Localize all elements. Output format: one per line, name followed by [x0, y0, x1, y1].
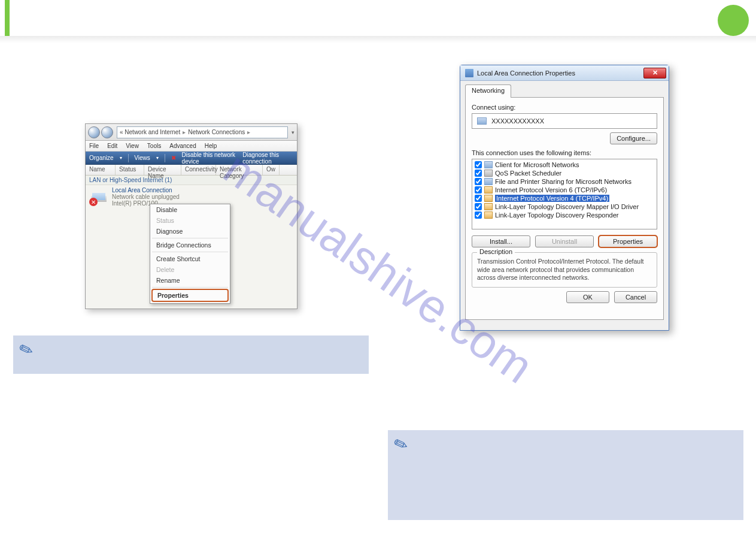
list-item[interactable]: Internet Protocol Version 6 (TCP/IPv6) [473, 186, 655, 194]
tab-networking[interactable]: Networking [465, 84, 511, 98]
header-accent-circle [718, 5, 749, 36]
breadcrumb-seg[interactable]: « Network and Internet [120, 129, 180, 135]
dialog-icon [465, 69, 473, 77]
cancel-button[interactable]: Cancel [614, 291, 657, 303]
group-header[interactable]: LAN or High-Speed Internet (1) [86, 176, 297, 185]
nic-icon: ✕ [89, 187, 108, 206]
item-checkbox[interactable] [475, 203, 482, 210]
forward-button[interactable] [101, 126, 113, 138]
items-list[interactable]: Client for Microsoft Networks QoS Packet… [472, 159, 657, 229]
dropdown-icon[interactable]: ▾ [292, 129, 294, 135]
close-button[interactable]: ✕ [643, 68, 666, 78]
items-label: This connection uses the following items… [472, 149, 657, 156]
menu-item-shortcut[interactable]: Create Shortcut [150, 253, 230, 264]
disable-icon: ✖ [171, 155, 176, 161]
views-button[interactable]: Views [134, 155, 150, 161]
item-label: Link-Layer Topology Discovery Mapper I/O… [495, 203, 639, 210]
item-label: Link-Layer Topology Discovery Responder [495, 211, 618, 219]
list-item[interactable]: File and Printer Sharing for Microsoft N… [473, 177, 655, 186]
list-item[interactable]: QoS Packet Scheduler [473, 169, 655, 177]
sharing-icon [484, 178, 493, 185]
item-checkbox[interactable] [475, 161, 482, 168]
header-shadow [0, 36, 756, 43]
adapter-name: XXXXXXXXXXXX [491, 117, 544, 125]
protocol-icon [484, 186, 493, 194]
item-label: File and Printer Sharing for Microsoft N… [495, 178, 631, 185]
menu-item-bridge[interactable]: Bridge Connections [150, 240, 230, 250]
breadcrumb-seg[interactable]: Network Connections [188, 129, 245, 135]
item-label: QoS Packet Scheduler [495, 170, 561, 177]
menu-tools[interactable]: Tools [147, 143, 161, 149]
client-icon [484, 161, 493, 168]
menu-item-disable[interactable]: Disable [150, 204, 230, 215]
separator [152, 252, 228, 252]
back-button[interactable] [88, 126, 100, 138]
item-label: Client for Microsoft Networks [495, 161, 579, 168]
ok-button[interactable]: OK [566, 291, 609, 303]
unplugged-icon: ✕ [89, 198, 98, 206]
configure-button[interactable]: Configure... [610, 132, 657, 144]
column-headers: Name Status Device Name Connectivity Net… [86, 165, 297, 176]
list-item-selected[interactable]: Internet Protocol Version 4 (TCP/IPv4) [473, 194, 655, 202]
breadcrumb[interactable]: « Network and Internet ▸ Network Connect… [117, 126, 288, 138]
menu-edit[interactable]: Edit [107, 143, 117, 149]
header-accent-bar [5, 0, 10, 36]
toolbar: Organize▾ Views▾ ✖ Disable this network … [86, 152, 297, 165]
nic-icon [477, 117, 487, 125]
separator [128, 154, 129, 162]
col-status[interactable]: Status [116, 165, 144, 175]
properties-button[interactable]: Properties [599, 235, 657, 247]
col-category[interactable]: Network Category [216, 165, 263, 175]
menu-item-diagnose[interactable]: Diagnose [150, 226, 230, 237]
menu-item-rename[interactable]: Rename [150, 275, 230, 286]
chevron-right-icon: ▸ [183, 129, 186, 135]
item-checkbox[interactable] [475, 186, 482, 194]
item-checkbox[interactable] [475, 195, 482, 202]
nav-buttons[interactable] [88, 126, 113, 138]
item-label: Internet Protocol Version 6 (TCP/IPv6) [495, 186, 607, 194]
separator [165, 154, 165, 162]
col-device[interactable]: Device Name [144, 165, 181, 175]
uninstall-button: Uninstall [535, 235, 594, 247]
list-item[interactable]: Link-Layer Topology Discovery Mapper I/O… [473, 202, 655, 211]
connection-status: Network cable unplugged [112, 194, 180, 200]
item-checkbox[interactable] [475, 178, 482, 185]
menu-item-status: Status [150, 215, 230, 226]
adapter-field: XXXXXXXXXXXX [472, 113, 657, 129]
note-icon: ✎ [391, 433, 411, 457]
scheduler-icon [484, 170, 493, 177]
menu-help[interactable]: Help [205, 143, 217, 149]
connection-name: Local Area Connection [112, 187, 180, 194]
context-menu: Disable Status Diagnose Bridge Connectio… [150, 204, 230, 304]
menu-item-delete: Delete [150, 264, 230, 275]
separator [152, 287, 228, 288]
note-box-right: ✎ [388, 430, 743, 520]
note-icon: ✎ [16, 338, 36, 362]
dialog-title: Local Area Connection Properties [477, 69, 640, 77]
col-connectivity[interactable]: Connectivity [181, 165, 216, 175]
menu-view[interactable]: View [126, 143, 139, 149]
diagnose-button[interactable]: Diagnose this connection [242, 152, 293, 165]
address-bar: « Network and Internet ▸ Network Connect… [86, 124, 297, 141]
menu-file[interactable]: File [89, 143, 99, 149]
item-checkbox[interactable] [475, 211, 482, 219]
menu-item-properties[interactable]: Properties [151, 289, 229, 302]
item-checkbox[interactable] [475, 170, 482, 177]
list-item[interactable]: Link-Layer Topology Discovery Responder [473, 211, 655, 219]
connect-using-label: Connect using: [472, 104, 657, 111]
protocol-icon [484, 195, 493, 202]
title-bar: Local Area Connection Properties ✕ [460, 65, 669, 81]
description-group: Description Transmission Control Protoco… [472, 252, 657, 288]
col-name[interactable]: Name [86, 165, 116, 175]
disable-device-button[interactable]: Disable this network device [182, 152, 237, 165]
description-text: Transmission Control Protocol/Internet P… [477, 258, 652, 282]
install-button[interactable]: Install... [472, 235, 530, 247]
list-item[interactable]: Client for Microsoft Networks [473, 161, 655, 169]
organize-button[interactable]: Organize [89, 155, 114, 161]
note-box-left: ✎ [13, 335, 369, 374]
separator [152, 238, 228, 238]
tab-panel: Connect using: XXXXXXXXXXXX Configure...… [465, 97, 664, 320]
col-owner[interactable]: Ow [263, 165, 280, 175]
tab-strip: Networking [465, 84, 664, 98]
menu-advanced[interactable]: Advanced [169, 143, 196, 149]
